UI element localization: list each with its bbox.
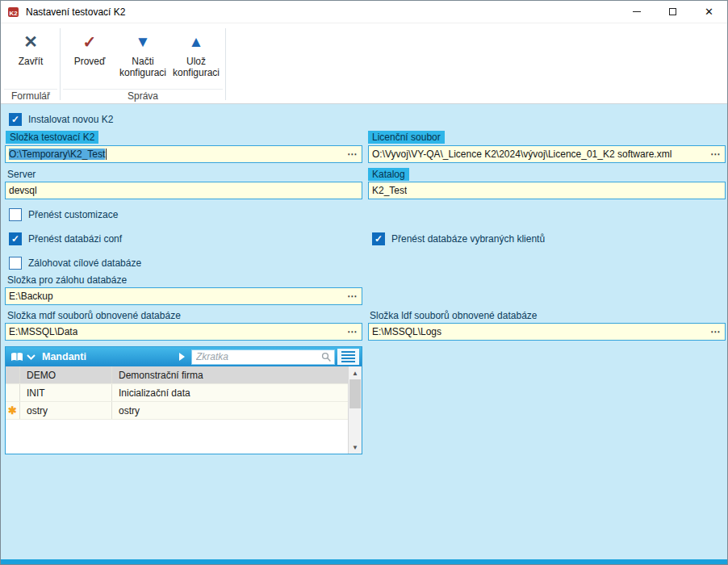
checkbox-box[interactable]: [9, 257, 22, 270]
ribbon-group-label-formular: Formulář: [4, 89, 57, 103]
row-code: ostry: [20, 402, 112, 419]
backup-folder-input[interactable]: E:\Backup ⋯: [5, 287, 362, 305]
mdf-folder-input[interactable]: E:\MSSQL\Data ⋯: [5, 323, 362, 341]
checkbox-backup-target-dbs[interactable]: Zálohovat cílové databáze: [9, 257, 141, 270]
close-button[interactable]: ✕: [691, 1, 727, 23]
scroll-down-icon[interactable]: ▼: [349, 441, 362, 454]
table-row[interactable]: INIT Inicializační data: [6, 384, 348, 402]
grid-header: Mandanti: [6, 347, 362, 366]
grid-body: DEMO Demonstrační firma INIT Inicializač…: [6, 366, 362, 454]
row-name: Inicializační data: [112, 384, 348, 401]
text-caret: [106, 149, 107, 160]
titlebar: K2 Nastavení testovací K2 ✕: [1, 1, 727, 23]
server-input[interactable]: devsql: [5, 182, 362, 199]
table-row[interactable]: DEMO Demonstrační firma: [6, 366, 348, 384]
vertical-scrollbar[interactable]: ▲ ▼: [348, 366, 362, 454]
row-marker: ✱: [6, 402, 20, 419]
checkbox-box[interactable]: [9, 113, 22, 126]
row-marker: [6, 366, 20, 383]
close-form-button[interactable]: ✕ Zavřít: [4, 25, 57, 67]
catalog-input[interactable]: K2_Test: [368, 182, 726, 199]
checkbox-transfer-customization[interactable]: Přenést customizace: [9, 208, 118, 221]
label-backup-folder: Složka pro zálohu databáze: [7, 274, 127, 286]
scrollbar-thumb[interactable]: [349, 379, 361, 408]
expand-arrow-icon[interactable]: [179, 353, 185, 361]
bottom-status-strip: [1, 559, 727, 565]
chevron-down-icon[interactable]: [27, 354, 36, 360]
search-icon: [321, 352, 332, 362]
checkbox-box[interactable]: [372, 232, 385, 245]
ribbon-group-label-sprava: Správa: [63, 89, 223, 103]
app-window: K2 Nastavení testovací K2 ✕ ✕ Zavřít For…: [0, 0, 728, 565]
checkbox-install-new-k2[interactable]: Instalovat novou K2: [9, 113, 113, 126]
execute-button[interactable]: ✓ Proveď: [63, 25, 116, 78]
app-icon: K2: [7, 6, 20, 19]
ribbon-group-formular: ✕ Zavřít Formulář: [4, 25, 57, 103]
label-test-folder: Složka testovací K2: [6, 131, 98, 144]
label-catalog: Katalog: [368, 168, 409, 181]
grid-menu-icon[interactable]: [337, 349, 359, 365]
load-configuration-button[interactable]: ▼ Načti konfiguraci: [116, 25, 169, 78]
main-panel: Instalovat novou K2 Složka testovací K2 …: [1, 104, 727, 559]
ribbon-group-sprava: ✓ Proveď ▼ Načti konfiguraci ▲ Ulož konf…: [63, 25, 223, 103]
close-icon: ✕: [705, 6, 713, 17]
checkbox-box[interactable]: [9, 232, 22, 245]
browse-ldf-folder-button[interactable]: ⋯: [708, 326, 723, 337]
row-name: Demonstrační firma: [112, 366, 348, 383]
checkbox-box[interactable]: [9, 208, 22, 221]
minimize-icon: [633, 11, 641, 12]
row-name: ostry: [112, 402, 348, 419]
maximize-button[interactable]: [655, 1, 691, 23]
ribbon-separator: [60, 28, 61, 100]
row-code: INIT: [20, 384, 112, 401]
grid-search-box[interactable]: [191, 349, 335, 365]
table-row[interactable]: ✱ ostry ostry: [6, 402, 348, 420]
test-folder-input[interactable]: O:\Temporary\K2_Test ⋯: [5, 145, 362, 163]
row-code: DEMO: [20, 366, 112, 383]
row-marker: [6, 384, 20, 401]
mandanti-grid: Mandanti DEMO Demonstrační firma: [5, 346, 362, 454]
scroll-up-icon[interactable]: ▲: [349, 366, 362, 379]
browse-backup-folder-button[interactable]: ⋯: [345, 291, 360, 302]
arrow-up-icon: ▲: [189, 33, 204, 51]
label-mdf-folder: Složka mdf souborů obnovené databáze: [7, 310, 181, 321]
svg-text:K2: K2: [9, 9, 18, 16]
grid-title: Mandanti: [42, 351, 86, 362]
label-server: Server: [7, 169, 36, 180]
label-ldf-folder: Složka ldf souborů obnovené databáze: [370, 310, 538, 321]
ldf-folder-input[interactable]: E:\MSSQL\Logs ⋯: [368, 323, 726, 341]
minimize-button[interactable]: [618, 1, 655, 23]
book-icon[interactable]: [10, 352, 23, 362]
browse-license-file-button[interactable]: ⋯: [708, 149, 723, 160]
checkbox-transfer-conf-db[interactable]: Přenést databázi conf: [9, 232, 122, 245]
checkbox-transfer-client-dbs[interactable]: Přenést databáze vybraných klientů: [372, 232, 545, 245]
browse-mdf-folder-button[interactable]: ⋯: [345, 326, 360, 337]
label-license-file: Licenční soubor: [368, 131, 445, 144]
license-file-input[interactable]: O:\Vyvoj\VY-QA\_Licence K2\2024\vývoj\Li…: [368, 145, 726, 163]
execute-check-icon: ✓: [83, 32, 97, 52]
selected-text: O:\Temporary\K2_Test: [9, 149, 105, 160]
ribbon: ✕ Zavřít Formulář ✓ Proveď ▼ Načti konfi…: [1, 23, 727, 104]
close-x-icon: ✕: [23, 32, 38, 52]
window-title: Nastavení testovací K2: [26, 6, 125, 18]
arrow-down-icon: ▼: [136, 33, 151, 51]
grid-search-input[interactable]: [196, 351, 321, 362]
browse-test-folder-button[interactable]: ⋯: [345, 149, 360, 160]
save-configuration-button[interactable]: ▲ Ulož konfiguraci: [169, 25, 223, 78]
maximize-icon: [669, 8, 676, 15]
ribbon-separator: [225, 28, 226, 100]
